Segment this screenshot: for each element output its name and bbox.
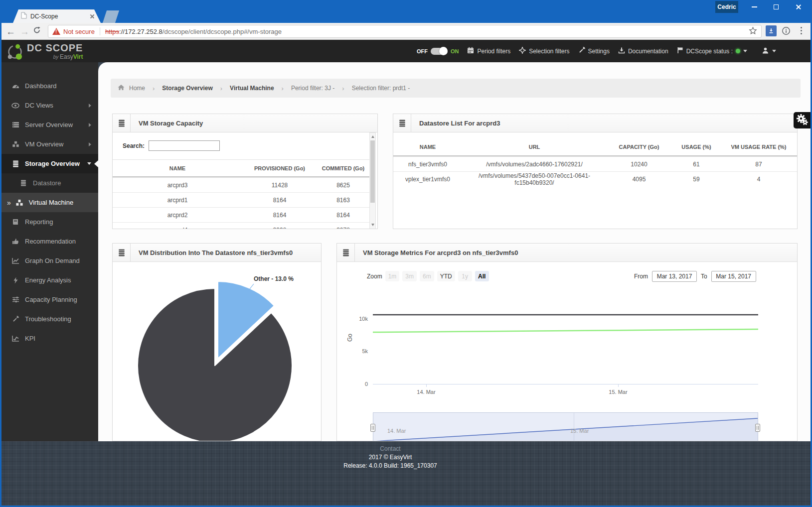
sidebar-item-reporting[interactable]: Reporting xyxy=(0,212,98,232)
cell-vm-usage-rate: 4 xyxy=(721,176,796,183)
window-close-button[interactable] xyxy=(788,0,810,14)
sidebar-item-server-overview[interactable]: Server Overview xyxy=(0,115,98,134)
back-button[interactable]: ← xyxy=(6,26,15,36)
cell-commited: 8163 xyxy=(317,197,369,204)
window-border-left xyxy=(0,23,1,507)
zoom-all-button[interactable]: All xyxy=(475,271,489,281)
tab-close-icon[interactable] xyxy=(89,13,96,20)
widget-settings-button[interactable] xyxy=(794,112,811,128)
column-header-vm-usage-rate[interactable]: VM USAGE RATE (%) xyxy=(721,144,796,150)
table-row[interactable]: arcprd1 8164 8163 xyxy=(113,192,370,207)
panel-vm-distribution: VM Distribution Into The Datastore nfs_t… xyxy=(112,243,322,441)
calendar-icon xyxy=(467,47,474,55)
database-icon xyxy=(19,180,28,186)
breadcrumb-storage-overview[interactable]: Storage Overview xyxy=(162,85,212,92)
zoom-1y-button[interactable]: 1y xyxy=(458,271,472,281)
url-text[interactable]: https://172.27.252.8/dcscope/client/dcsc… xyxy=(105,28,749,35)
chevron-right-icon xyxy=(89,142,91,146)
chart-zoom-controls: Zoom 1m 3m 6m YTD 1y All xyxy=(367,271,489,281)
table-row[interactable]: nfs_tier3vmfs0 /vmfs/volumes/2adc4660-17… xyxy=(393,156,798,171)
vertical-scrollbar[interactable] xyxy=(369,132,376,229)
sidebar-item-datastore[interactable]: Datastore xyxy=(0,173,98,193)
x-label-14-mar: 14. Mar xyxy=(411,389,441,395)
dashboard-icon xyxy=(11,83,20,89)
scrollbar-thumb[interactable] xyxy=(370,140,375,203)
screen: DC-Scope Cedric ← → Not secure https://1… xyxy=(0,0,812,507)
documentation-button[interactable]: Documentation xyxy=(618,47,668,55)
selection-filters-button[interactable]: Selection filters xyxy=(519,47,569,55)
info-icon[interactable] xyxy=(782,26,791,37)
pie-chart[interactable] xyxy=(113,262,321,441)
window-maximize-button[interactable] xyxy=(765,0,787,14)
sidebar-item-virtual-machine[interactable]: Virtual Machine xyxy=(0,193,98,212)
navigator-left-handle[interactable] xyxy=(370,424,375,432)
column-header-usage[interactable]: USAGE (%) xyxy=(671,144,721,150)
column-header-name[interactable]: NAME xyxy=(113,165,242,171)
user-menu[interactable] xyxy=(762,47,776,56)
period-filters-button[interactable]: Period filters xyxy=(467,47,510,55)
download-extension-button[interactable] xyxy=(766,25,777,36)
browser-tab[interactable]: DC-Scope xyxy=(13,9,101,23)
table-row[interactable]: arcprd3 11428 8625 xyxy=(113,177,370,192)
window-minimize-button[interactable] xyxy=(743,0,765,14)
cell-capacity: 10240 xyxy=(607,161,671,168)
sidebar-item-dc-views[interactable]: DC Views xyxy=(0,96,98,115)
forward-button[interactable]: → xyxy=(20,26,29,36)
sidebar-item-capacity-planning[interactable]: Capacity Planning xyxy=(0,290,98,309)
breadcrumb-virtual-machine[interactable]: Virtual Machine xyxy=(230,85,274,92)
column-header-name[interactable]: NAME xyxy=(393,144,462,150)
sidebar-item-troubleshooting[interactable]: Troubleshooting xyxy=(0,309,98,329)
zoom-1m-button[interactable]: 1m xyxy=(385,271,400,281)
sidebar-item-energy-analysis[interactable]: Energy Analysis xyxy=(0,270,98,290)
panel-body: Search: NAME PROVISIONED (Go) COMMITED (… xyxy=(113,132,377,229)
column-header-url[interactable]: URL xyxy=(462,144,607,150)
column-header-provisioned[interactable]: PROVISIONED (Go) xyxy=(242,165,317,171)
breadcrumb-home[interactable]: Home xyxy=(129,85,145,92)
gears-icon xyxy=(796,114,808,127)
table-row[interactable]: arcprd4 3098 3078 xyxy=(113,222,370,229)
logo-subtitle: by EasyVirt xyxy=(27,53,83,60)
table-row[interactable]: vplex_tier1vmfs0 /vmfs/volumes/5437de50-… xyxy=(393,171,798,186)
cell-provisioned: 8164 xyxy=(242,197,317,204)
refresh-button[interactable] xyxy=(33,26,41,35)
search-input[interactable] xyxy=(149,140,220,151)
scroll-up-icon[interactable] xyxy=(370,133,375,140)
cell-vm-usage-rate: 87 xyxy=(721,161,796,168)
toggle-switch[interactable] xyxy=(431,48,448,55)
cell-provisioned: 8164 xyxy=(242,212,317,219)
onoff-toggle[interactable]: OFF ON xyxy=(417,48,459,55)
zoom-ytd-button[interactable]: YTD xyxy=(437,271,455,281)
column-header-capacity[interactable]: CAPACITY (Go) xyxy=(607,144,671,150)
new-tab-button[interactable] xyxy=(103,10,119,23)
from-date-input[interactable] xyxy=(652,271,697,282)
dcscope-status[interactable]: DCScope status : xyxy=(677,47,747,55)
sidebar-item-graph-on-demand[interactable]: Graph On Demand xyxy=(0,251,98,270)
zoom-6m-button[interactable]: 6m xyxy=(420,271,434,281)
dcscope-logo-icon xyxy=(6,43,24,63)
column-header-commited[interactable]: COMMITED (Go) xyxy=(317,165,369,171)
navigator-right-handle[interactable] xyxy=(755,424,760,432)
scroll-down-icon[interactable] xyxy=(370,222,375,228)
settings-button[interactable]: Settings xyxy=(578,47,610,55)
sidebar-item-dashboard[interactable]: Dashboard xyxy=(0,76,98,96)
line-chart[interactable] xyxy=(373,311,758,385)
sidebar-item-vm-overview[interactable]: VM Overview xyxy=(0,134,98,154)
sidebar-item-kpi[interactable]: KPI xyxy=(0,329,98,348)
cell-provisioned: 3098 xyxy=(242,227,317,230)
sidebar-item-recommendation[interactable]: Recommendation xyxy=(0,232,98,251)
chart-navigator[interactable]: 14. Mar 15. Mar xyxy=(373,412,758,441)
search-label: Search: xyxy=(123,142,145,149)
table-row[interactable]: arcprd2 8164 8164 xyxy=(113,207,370,222)
browser-menu-icon[interactable] xyxy=(801,27,802,34)
to-date-input[interactable] xyxy=(711,271,756,282)
contact-link[interactable]: Contact xyxy=(0,445,781,453)
not-secure-warning-icon[interactable] xyxy=(52,28,60,35)
panel-body: NAME URL CAPACITY (Go) USAGE (%) VM USAG… xyxy=(393,132,797,229)
panel-header: VM Distribution Into The Datastore nfs_t… xyxy=(113,244,321,262)
bookmark-star-icon[interactable] xyxy=(749,26,757,37)
release-text: Release: 4.0.0 Build: 1965_170307 xyxy=(0,462,781,470)
sidebar-item-storage-overview[interactable]: Storage Overview xyxy=(0,154,98,173)
url-bar[interactable]: Not secure https://172.27.252.8/dcscope/… xyxy=(48,25,762,38)
browser-profile-badge[interactable]: Cedric xyxy=(715,1,738,13)
zoom-3m-button[interactable]: 3m xyxy=(402,271,417,281)
